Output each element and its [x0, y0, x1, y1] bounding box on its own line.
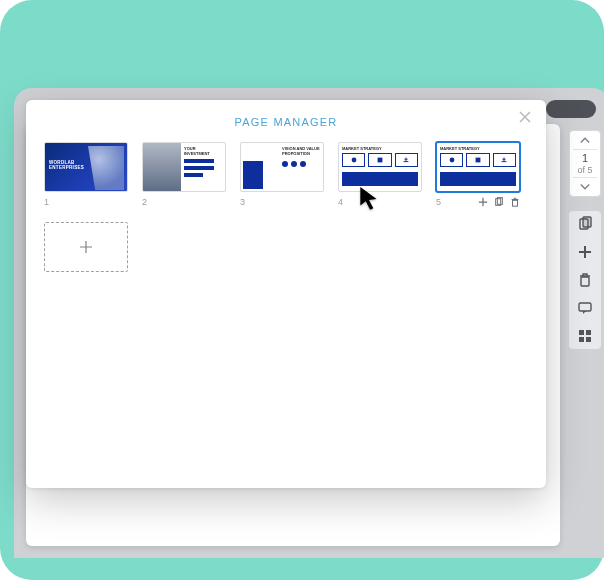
close-icon[interactable] [516, 108, 534, 126]
svg-rect-5 [579, 330, 584, 335]
slide-index: 5 [436, 197, 441, 207]
slide-thumbnail[interactable]: WORDLAB ENTERPRISES 1 [44, 142, 128, 208]
svg-rect-12 [476, 158, 481, 163]
slide-index: 4 [338, 197, 343, 207]
svg-rect-7 [579, 337, 584, 342]
grid-view-icon[interactable] [576, 327, 594, 345]
svg-rect-4 [579, 303, 591, 311]
svg-rect-8 [586, 337, 591, 342]
duplicate-slide-icon[interactable] [494, 197, 504, 207]
slide-preview: MARKET STRATEGY [436, 142, 520, 192]
slide-title: WORDLAB ENTERPRISES [49, 161, 87, 170]
slide-thumbnail-selected[interactable]: MARKET STRATEGY 5 [436, 142, 520, 208]
notes-icon[interactable] [576, 299, 594, 317]
slide-thumbnail-grid: WORDLAB ENTERPRISES 1 YOUR INVESTMENT 2 [44, 142, 528, 272]
delete-icon[interactable] [576, 271, 594, 289]
slide-thumbnail[interactable]: MARKET STRATEGY 4 [338, 142, 422, 208]
slide-title: MARKET STRATEGY [339, 143, 421, 151]
page-navigator: 1 of 5 [569, 130, 601, 197]
slide-preview: YOUR INVESTMENT [142, 142, 226, 192]
slide-title: YOUR INVESTMENT [184, 146, 222, 156]
page-down-button[interactable] [570, 178, 600, 196]
slide-thumbnail[interactable]: YOUR INVESTMENT 2 [142, 142, 226, 208]
svg-rect-1 [583, 217, 591, 227]
current-page-number: 1 [582, 150, 588, 165]
svg-rect-3 [581, 277, 589, 286]
add-slide-icon[interactable] [478, 197, 488, 207]
page-up-button[interactable] [570, 131, 600, 149]
page-manager-modal: PAGE MANAGER WORDLAB ENTERPRISES 1 [26, 100, 546, 488]
stage-background: 1 of 5 [0, 0, 604, 580]
slide-preview: WORDLAB ENTERPRISES [44, 142, 128, 192]
add-slide-placeholder[interactable] [44, 222, 128, 272]
delete-slide-icon[interactable] [510, 197, 520, 207]
svg-rect-15 [513, 200, 518, 206]
slide-title: MARKET STRATEGY [437, 143, 519, 151]
slide-title: VISION AND VALUE PROPOSITION [282, 146, 320, 156]
modal-title: PAGE MANAGER [235, 116, 338, 128]
modal-header: PAGE MANAGER [44, 112, 528, 132]
top-right-pill-button[interactable] [546, 100, 596, 118]
slide-index: 3 [240, 197, 245, 207]
slide-actions [478, 197, 520, 207]
slide-preview: MARKET STRATEGY [338, 142, 422, 192]
slide-thumbnail[interactable]: VISION AND VALUE PROPOSITION 3 [240, 142, 324, 208]
slide-index: 1 [44, 197, 49, 207]
svg-rect-6 [586, 330, 591, 335]
slide-preview: VISION AND VALUE PROPOSITION [240, 142, 324, 192]
add-slide-slot[interactable] [44, 222, 128, 272]
right-toolbar-group [569, 211, 601, 349]
svg-point-11 [449, 158, 454, 163]
right-toolbar: 1 of 5 [568, 130, 602, 349]
slide-index: 2 [142, 197, 147, 207]
copy-icon[interactable] [576, 215, 594, 233]
svg-point-9 [351, 158, 356, 163]
total-pages-label: of 5 [577, 165, 592, 177]
svg-rect-10 [378, 158, 383, 163]
add-page-icon[interactable] [576, 243, 594, 261]
